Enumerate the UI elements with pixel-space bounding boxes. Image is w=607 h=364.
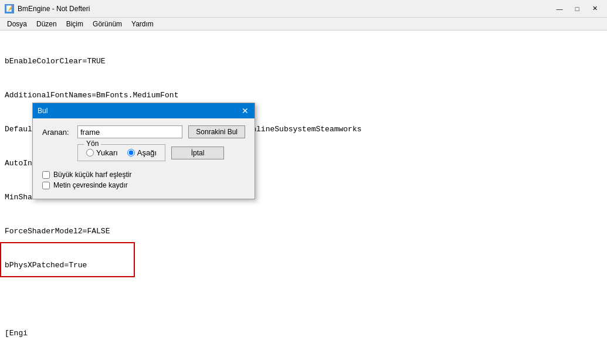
- menu-item-dosya[interactable]: Dosya: [2, 19, 32, 29]
- window-title: BmEngine - Not Defteri: [18, 5, 90, 13]
- direction-legend: Yön: [84, 140, 101, 148]
- wrap-row: Metin çevresinde kaydır: [42, 181, 245, 189]
- search-row: Aranan: Sonrakini Bul: [42, 125, 245, 138]
- title-bar-left: 📝 BmEngine - Not Defteri: [5, 4, 90, 13]
- direction-up-label[interactable]: Yukarı: [86, 148, 118, 157]
- dialog-title: Bul: [38, 107, 48, 115]
- menu-item-gorunum[interactable]: Görünüm: [88, 19, 127, 29]
- match-case-row: Büyük küçük harf eşleştir: [42, 171, 245, 179]
- wrap-checkbox[interactable]: [42, 182, 50, 189]
- minimize-button[interactable]: —: [552, 3, 567, 15]
- wrap-label: Metin çevresinde kaydır: [53, 181, 128, 189]
- title-bar: 📝 BmEngine - Not Defteri — □ ✕: [0, 0, 607, 18]
- search-label: Aranan:: [42, 128, 77, 137]
- direction-up-radio[interactable]: [86, 149, 94, 157]
- line-7: bPhysXPatched=True: [5, 260, 602, 271]
- line-6: ForceShaderModel2=FALSE: [5, 226, 602, 237]
- match-case-label: Büyük küçük harf eşleştir: [53, 171, 131, 179]
- dialog-title-bar: Bul ✕: [33, 103, 255, 118]
- maximize-button[interactable]: □: [569, 3, 585, 15]
- notepad-icon: 📝: [5, 4, 14, 13]
- direction-down-label[interactable]: Aşağı: [127, 148, 157, 157]
- dialog-close-button[interactable]: ✕: [240, 106, 250, 115]
- direction-group: Yön Yukarı Aşağı: [77, 144, 165, 161]
- line-10: Render: [5, 362, 602, 364]
- find-dialog[interactable]: Bul ✕ Aranan: Sonrakini Bul Yön Yukarı: [32, 103, 255, 199]
- cancel-button[interactable]: İptal: [171, 147, 224, 159]
- direction-down-text: Aşağı: [137, 148, 157, 157]
- menu-item-bicim[interactable]: Biçim: [62, 19, 88, 29]
- direction-up-text: Yukarı: [96, 148, 118, 157]
- direction-options: Yukarı Aşağı: [86, 148, 157, 157]
- menu-item-duzen[interactable]: Düzen: [32, 19, 62, 29]
- find-next-button[interactable]: Sonrakini Bul: [188, 125, 245, 138]
- direction-down-radio[interactable]: [127, 149, 135, 157]
- line-9: [Engi: [5, 328, 602, 339]
- search-input[interactable]: [77, 125, 182, 138]
- title-bar-controls: — □ ✕: [552, 3, 602, 15]
- menu-bar: Dosya Düzen Biçim Görünüm Yardım: [0, 18, 607, 30]
- match-case-checkbox[interactable]: [42, 171, 50, 179]
- dialog-content: Aranan: Sonrakini Bul Yön Yukarı A: [33, 118, 255, 199]
- line-1: bEnableColorClear=TRUE: [5, 56, 602, 67]
- line-2: AdditionalFontNames=BmFonts.MediumFont: [5, 90, 602, 101]
- close-button[interactable]: ✕: [587, 3, 602, 15]
- line-8: [5, 294, 602, 305]
- menu-item-yardim[interactable]: Yardım: [127, 19, 158, 29]
